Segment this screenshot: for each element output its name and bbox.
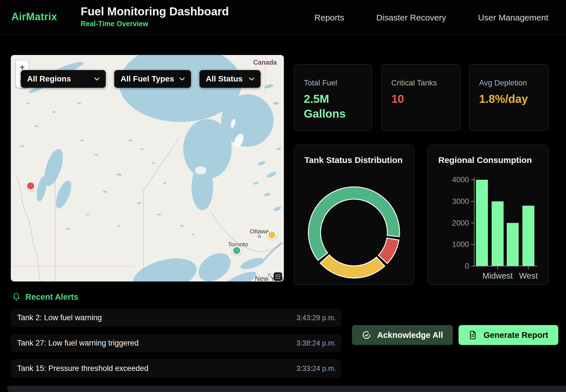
generate-report-label: Generate Report [483, 330, 548, 340]
stat-label: Avg Depletion [479, 79, 539, 87]
y-tick-label: 1000 [452, 240, 469, 249]
page-title: Fuel Monitoring Dashboard [81, 5, 229, 18]
fuel-type-filter-value: All Fuel Types [121, 74, 174, 83]
stat-value: 1.8%/​day [479, 91, 529, 106]
dashboard-root: AirMatrix Fuel Monitoring Dashboard Real… [0, 0, 566, 392]
bar-region-1[interactable] [492, 201, 504, 266]
x-tick-label: Midwest [482, 271, 513, 280]
status-filter-dropdown[interactable]: All Status [199, 70, 260, 88]
regional-consumption-card: Regional Consumption 01000200030004000Mi… [428, 145, 549, 285]
alert-text: Tank 15: Pressure threshold exceeded [17, 364, 148, 373]
tank-status-distribution-card: Tank Status Distribution [294, 145, 414, 285]
file-text-icon [469, 330, 477, 340]
map-filter-row: All Regions All Fuel Types All Status [21, 70, 260, 88]
stat-value: 10 [391, 91, 441, 106]
y-tick-label: 0 [465, 262, 469, 270]
stat-card-total-fuel: Total Fuel 2.5M Gallons [294, 64, 372, 131]
chevron-down-icon [249, 77, 254, 81]
chevron-down-icon [94, 77, 99, 81]
stat-label: Total Fuel [304, 79, 362, 87]
alert-row-2[interactable]: Tank 27: Low fuel warning triggered 3:38… [11, 334, 341, 352]
stat-label: Critical Tanks [391, 79, 451, 87]
stat-card-critical-tanks: Critical Tanks 10 [381, 64, 461, 131]
y-tick-label: 4000 [452, 175, 469, 184]
stat-card-avg-depletion: Avg Depletion 1.8%/​day [469, 64, 549, 131]
nav-item-reports[interactable]: Reports [314, 13, 344, 23]
alert-row-1[interactable]: Tank 2: Low fuel warning 3:43:29 p.m. [11, 309, 341, 327]
nav-item-user-management[interactable]: User Management [478, 13, 548, 23]
grip-dots-icon [275, 274, 280, 279]
map-canvas: Canada Ottawa Toronto New York [11, 55, 284, 281]
alert-timestamp: 3:43:29 p.m. [296, 314, 336, 322]
regional-consumption-bar-chart: 01000200030004000MidwestWest [428, 145, 549, 285]
map-marker-critical[interactable] [26, 181, 35, 191]
header-bar: AirMatrix Fuel Monitoring Dashboard Real… [0, 0, 566, 35]
donut-segment-warning[interactable] [320, 255, 385, 278]
region-filter-value: All Regions [27, 74, 71, 83]
map-panel[interactable]: Canada Ottawa Toronto New York + − All R… [11, 55, 284, 281]
y-tick-label: 2000 [452, 219, 469, 227]
recent-alerts-title: Recent Alerts [25, 292, 78, 302]
country-label: Canada [253, 59, 277, 66]
acknowledge-all-label: Acknowledge All [377, 330, 443, 340]
bar-region-0[interactable] [476, 180, 488, 266]
alert-text: Tank 27: Low fuel warning triggered [17, 339, 139, 348]
alert-text: Tank 2: Low fuel warning [17, 313, 102, 322]
fuel-type-filter-dropdown[interactable]: All Fuel Types [114, 70, 191, 88]
nav-item-disaster-recovery[interactable]: Disaster Recovery [376, 13, 446, 23]
x-tick-label: West [519, 271, 538, 280]
map-drag-handle[interactable] [274, 272, 282, 281]
map-marker-warning[interactable] [267, 230, 276, 240]
donut-segment-critical[interactable] [378, 238, 399, 264]
chevron-down-icon [180, 77, 185, 81]
donut-chart-title: Tank Status Distribution [304, 155, 402, 165]
city-label-ottawa: Ottawa [250, 228, 269, 234]
main-nav: Reports Disaster Recovery User Managemen… [314, 0, 548, 35]
title-block: Fuel Monitoring Dashboard Real-Time Over… [81, 5, 229, 28]
stat-value: 2.5M Gallons [304, 91, 354, 121]
bar-region-3[interactable] [522, 206, 534, 266]
acknowledge-all-button[interactable]: Acknowledge All [352, 325, 453, 345]
check-circle-icon [362, 330, 371, 340]
alert-row-3[interactable]: Tank 15: Pressure threshold exceeded 3:3… [11, 359, 341, 377]
status-filter-value: All Status [206, 74, 243, 83]
y-tick-label: 3000 [452, 197, 469, 206]
page-subtitle: Real-Time Overview [81, 20, 229, 28]
generate-report-button[interactable]: Generate Report [459, 325, 558, 345]
alert-timestamp: 3:33:24 p.m. [296, 364, 336, 373]
horizontal-scrollbar[interactable] [7, 386, 566, 392]
app-logo: AirMatrix [11, 11, 57, 23]
map-marker-normal[interactable] [232, 246, 241, 255]
tank-status-donut-chart [303, 181, 405, 284]
recent-alerts-heading: Recent Alerts [13, 292, 78, 302]
alert-timestamp: 3:38:24 p.m. [296, 339, 336, 347]
region-filter-dropdown[interactable]: All Regions [21, 70, 106, 88]
bar-region-2[interactable] [507, 223, 519, 266]
bell-icon [13, 293, 20, 301]
